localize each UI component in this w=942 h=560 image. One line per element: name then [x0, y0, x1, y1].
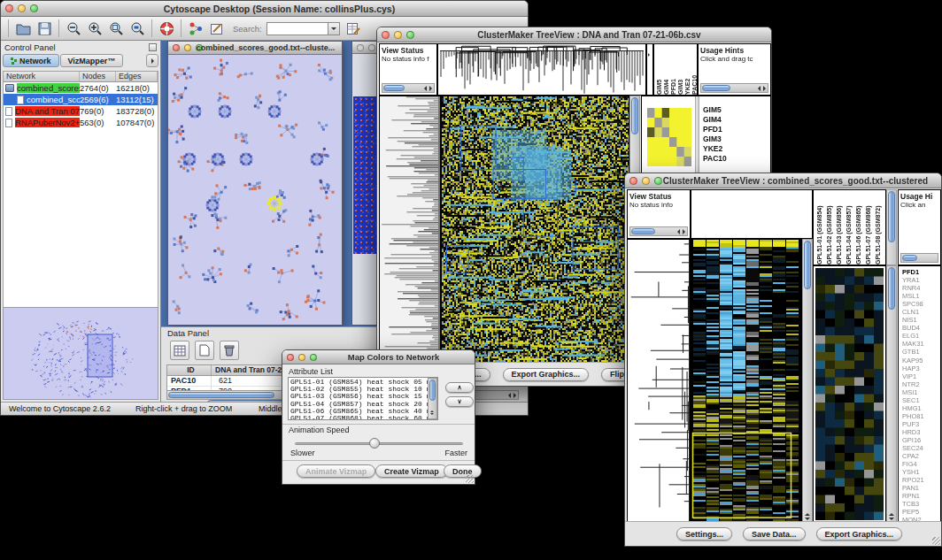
row-dendrogram-pane[interactable]: [379, 96, 441, 364]
gene-label[interactable]: YSH1: [902, 468, 940, 476]
gene-label[interactable]: PHO81: [902, 412, 940, 420]
gene-label[interactable]: RNR4: [902, 284, 940, 292]
zoom-in-icon[interactable]: [84, 19, 105, 38]
table-row[interactable]: combined_scores 2764(0) 16218(0): [4, 82, 158, 94]
column-label[interactable]: GIM3: [677, 44, 684, 95]
gene-label[interactable]: PEP5: [902, 508, 940, 516]
column-label[interactable]: GPL51-07 (GSM868): [865, 191, 873, 265]
scroll-up-icon[interactable]: [430, 409, 434, 412]
column-label[interactable]: GPL51-01 (GSM854): [816, 191, 824, 265]
minimize-button[interactable]: [184, 44, 191, 51]
new-attribute-icon[interactable]: [195, 341, 214, 360]
heatmap-canvas[interactable]: [691, 240, 801, 522]
view-status-hscrollbar[interactable]: [629, 226, 688, 236]
gene-label[interactable]: CPA2: [902, 452, 940, 460]
heatmap-pane[interactable]: [441, 96, 629, 364]
control-panel-tab[interactable]: Network: [3, 54, 59, 67]
done-button[interactable]: Done: [444, 464, 482, 478]
column-dendrogram-canvas[interactable]: [438, 44, 645, 95]
usage-hints-hscrollbar[interactable]: [900, 253, 938, 263]
network-overview-panel[interactable]: [3, 307, 158, 400]
gene-label[interactable]: PFD1: [703, 125, 727, 134]
column-label[interactable]: GIM5: [656, 44, 663, 95]
close-button[interactable]: [357, 44, 364, 51]
scroll-left-icon[interactable]: [508, 393, 511, 398]
zoom-button[interactable]: [310, 354, 317, 361]
scrollbar-thumb[interactable]: [804, 241, 811, 289]
column-dendrogram-pane[interactable]: [691, 189, 813, 239]
help-lifering-icon[interactable]: [156, 19, 177, 38]
row-dendrogram-canvas[interactable]: [380, 96, 440, 363]
scrollbar-thumb[interactable]: [429, 380, 436, 401]
select-attributes-icon[interactable]: [170, 341, 189, 360]
gene-label[interactable]: CLN1: [902, 308, 940, 316]
gene-label[interactable]: ELG1: [902, 332, 940, 340]
search-combobox[interactable]: [266, 22, 340, 35]
control-panel-tab[interactable]: VizMapper™: [60, 54, 124, 67]
column-header[interactable]: Network: [4, 72, 80, 81]
attribute-editor-icon[interactable]: [344, 19, 365, 38]
column-label[interactable]: GPL51-02 (GSM855): [826, 191, 834, 265]
gene-label[interactable]: GTB1: [902, 348, 940, 356]
minimize-button[interactable]: [642, 177, 650, 185]
minimize-button[interactable]: [18, 4, 26, 12]
scroll-down-icon[interactable]: [430, 413, 434, 417]
column-header[interactable]: Edges: [116, 72, 158, 81]
heatmap-vscrollbar[interactable]: [802, 239, 813, 523]
column-label[interactable]: GPL51-08 (GSM872): [875, 191, 883, 265]
gene-label[interactable]: SEC24: [902, 444, 940, 452]
heatmap-canvas[interactable]: [442, 96, 629, 363]
save-button[interactable]: [34, 19, 55, 38]
treeview2-titlebar[interactable]: ClusterMaker TreeView : combined_scores_…: [625, 173, 941, 188]
resize-grip[interactable]: [466, 475, 474, 483]
heatmap-pane[interactable]: [691, 239, 802, 523]
move-up-button[interactable]: ∧: [445, 382, 474, 393]
attribute-listbox[interactable]: GPL51-01 (GSM854) heat shock 05 minGPL51…: [288, 377, 438, 420]
zoom-heatmap-canvas[interactable]: [815, 268, 884, 520]
column-label[interactable]: GIM4: [663, 44, 670, 95]
gene-label[interactable]: GIM4: [703, 115, 727, 125]
gene-label[interactable]: PAC10: [703, 154, 727, 164]
gene-label[interactable]: KAP95: [902, 357, 940, 364]
scrollbar-thumb[interactable]: [702, 85, 730, 91]
column-label[interactable]: PAC10: [691, 44, 698, 95]
gene-label[interactable]: NTR2: [902, 380, 940, 388]
row-dendrogram-canvas[interactable]: [628, 240, 690, 522]
scrollbar-thumb[interactable]: [383, 85, 405, 91]
gene-label[interactable]: NIS1: [902, 316, 940, 324]
column-label[interactable]: GPL51-03 (GSM856): [836, 191, 844, 265]
treeview-button[interactable]: Save Data...: [743, 527, 806, 541]
table-row[interactable]: combined_sco 2569(6) 13112(15): [4, 94, 158, 105]
main-titlebar[interactable]: Cytoscape Desktop (Session Name: collins…: [1, 1, 528, 17]
usage-hints-hscrollbar[interactable]: [700, 83, 768, 93]
gene-label[interactable]: FIG4: [902, 460, 940, 468]
open-file-button[interactable]: [12, 19, 34, 38]
scrollbar-thumb[interactable]: [631, 97, 638, 134]
treeview-button[interactable]: Export Graphics...: [816, 527, 903, 541]
similarity-matrix-canvas[interactable]: [647, 108, 691, 166]
scroll-up-icon[interactable]: [889, 513, 894, 516]
float-panel-icon[interactable]: [149, 43, 157, 51]
annotation-icon[interactable]: [206, 19, 228, 38]
minimize-button[interactable]: [368, 44, 375, 51]
detail-vscrollbar[interactable]: [886, 265, 897, 523]
scrollbar-thumb[interactable]: [888, 191, 895, 242]
speed-slider-thumb[interactable]: [369, 438, 380, 449]
tab-overflow-arrow-icon[interactable]: [146, 54, 158, 67]
column-dendrogram-pane[interactable]: [437, 43, 646, 96]
resize-grip[interactable]: [932, 537, 940, 545]
move-down-button[interactable]: ∨: [445, 396, 474, 407]
gene-label[interactable]: SEC1: [902, 396, 940, 404]
gene-label[interactable]: MSL1: [902, 292, 940, 300]
scroll-up-icon[interactable]: [805, 513, 810, 516]
gene-label[interactable]: RPN1: [902, 492, 940, 500]
gene-label[interactable]: TCB3: [902, 500, 940, 508]
gene-label[interactable]: SPC98: [902, 300, 940, 308]
gene-label[interactable]: RPO21: [902, 476, 940, 484]
gene-label[interactable]: VIP1: [902, 372, 940, 380]
row-dendrogram-pane[interactable]: [627, 239, 691, 523]
scrollbar-thumb[interactable]: [902, 255, 917, 261]
gene-label[interactable]: PAN1: [902, 484, 940, 492]
listbox-vscrollbar[interactable]: [428, 378, 437, 419]
create-vizmap-button[interactable]: Create Vizmap: [375, 464, 448, 478]
